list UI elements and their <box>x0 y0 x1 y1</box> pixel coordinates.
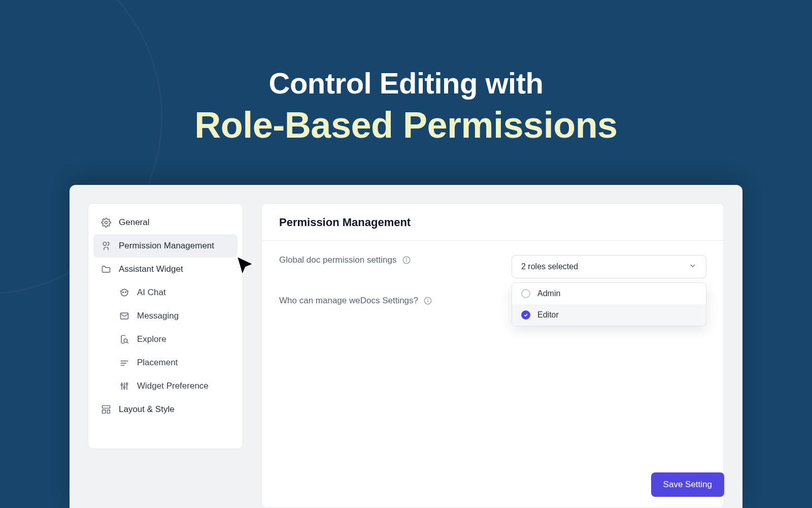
svg-point-0 <box>105 221 108 224</box>
setting-row-global-doc: Global doc permission settings 2 roles s… <box>279 255 706 278</box>
sidebar-item-messaging[interactable]: Messaging <box>112 304 238 328</box>
users-icon <box>100 240 112 251</box>
lines-icon <box>119 357 130 368</box>
sidebar-item-ai-chat[interactable]: AI Chat <box>112 281 238 304</box>
mail-icon <box>119 310 130 322</box>
panel-header: Permission Management <box>262 204 724 241</box>
sidebar-item-label: Layout & Style <box>119 404 175 415</box>
svg-point-4 <box>125 292 126 293</box>
svg-rect-19 <box>108 410 110 414</box>
sidebar-item-label: General <box>119 217 149 228</box>
sidebar-item-placement[interactable]: Placement <box>112 351 238 374</box>
setting-label: Who can manage weDocs Settings? <box>279 296 418 306</box>
bot-icon <box>119 287 130 298</box>
role-option-label: Editor <box>537 310 559 320</box>
sidebar-item-general[interactable]: General <box>93 211 238 234</box>
setting-label: Global doc permission settings <box>279 255 397 265</box>
svg-point-12 <box>121 384 122 386</box>
info-icon[interactable] <box>423 296 432 305</box>
select-display: 2 roles selected <box>521 262 578 271</box>
sliders-icon <box>119 380 130 392</box>
svg-rect-18 <box>103 410 106 414</box>
role-dropdown: Admin Editor <box>512 282 706 326</box>
sidebar-item-permission-management[interactable]: Permission Management <box>93 234 238 258</box>
sidebar-subgroup: AI Chat Messaging Explore Placement <box>93 281 238 398</box>
svg-point-16 <box>126 383 127 385</box>
main-panel: Permission Management Global doc permiss… <box>261 203 724 508</box>
radio-checked-icon <box>521 310 530 320</box>
sidebar-item-label: AI Chat <box>137 288 166 298</box>
info-icon[interactable] <box>402 256 411 265</box>
svg-point-22 <box>406 259 407 259</box>
svg-point-1 <box>103 242 107 246</box>
save-setting-button[interactable]: Save Setting <box>651 472 724 497</box>
sidebar-item-assistant-widget[interactable]: Assistant Widget <box>93 258 238 281</box>
svg-point-25 <box>428 299 428 300</box>
settings-sidebar: General Permission Management Assistant … <box>88 203 243 449</box>
cursor-pointer-icon <box>232 253 259 279</box>
sidebar-item-label: Explore <box>137 334 166 344</box>
sidebar-item-label: Messaging <box>137 311 179 321</box>
role-select[interactable]: 2 roles selected <box>512 255 706 278</box>
settings-window: General Permission Management Assistant … <box>70 185 742 508</box>
svg-point-3 <box>123 292 124 293</box>
role-select-control: 2 roles selected Admin <box>512 255 706 278</box>
svg-point-2 <box>121 289 127 296</box>
panel-body: Global doc permission settings 2 roles s… <box>262 241 724 337</box>
sidebar-item-label: Permission Management <box>119 241 214 251</box>
svg-line-7 <box>127 342 128 343</box>
chevron-down-icon <box>689 262 697 272</box>
search-doc-icon <box>119 334 130 345</box>
sidebar-item-widget-preference[interactable]: Widget Preference <box>112 374 238 398</box>
role-option-admin[interactable]: Admin <box>512 283 706 304</box>
role-option-label: Admin <box>537 289 560 298</box>
sidebar-item-explore[interactable]: Explore <box>112 328 238 351</box>
gear-icon <box>100 217 112 228</box>
folder-icon <box>100 264 112 275</box>
sidebar-item-label: Widget Preference <box>137 381 209 391</box>
panel-title: Permission Management <box>279 216 706 229</box>
radio-unchecked-icon <box>521 289 530 298</box>
svg-rect-17 <box>103 406 110 408</box>
sidebar-item-label: Assistant Widget <box>119 264 183 274</box>
role-option-editor[interactable]: Editor <box>512 304 706 326</box>
sidebar-item-label: Placement <box>137 358 178 368</box>
layout-icon <box>100 404 112 415</box>
sidebar-item-layout-style[interactable]: Layout & Style <box>93 398 238 421</box>
svg-point-14 <box>123 387 125 388</box>
